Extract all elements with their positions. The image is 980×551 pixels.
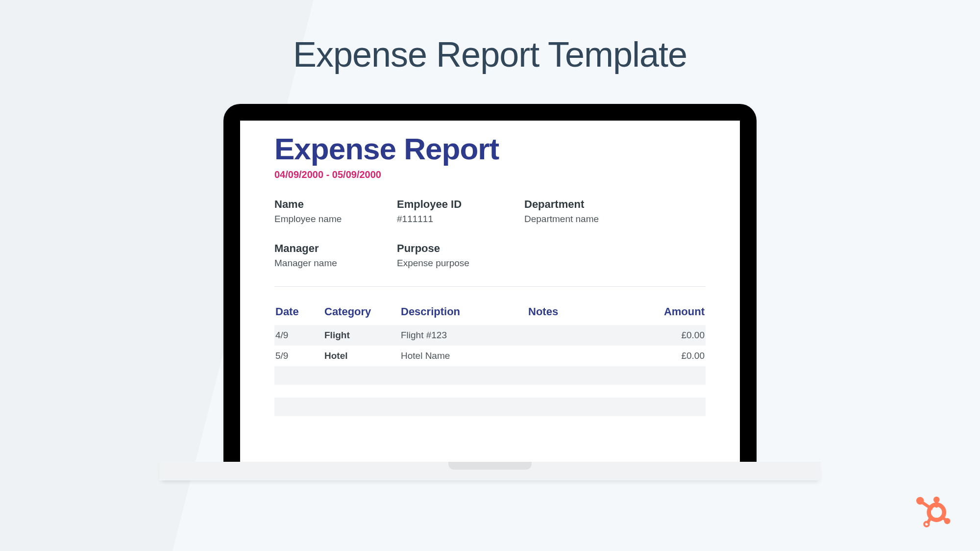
table-row: 4/9 Flight Flight #123 £0.00 — [274, 325, 706, 346]
cell-category: Flight — [323, 325, 400, 346]
field-manager-label: Manager — [274, 242, 397, 255]
laptop-frame: Expense Report 04/09/2000 - 05/09/2000 N… — [223, 104, 757, 462]
report-title: Expense Report — [274, 131, 706, 166]
col-header-amount: Amount — [625, 301, 706, 325]
field-purpose-label: Purpose — [397, 242, 524, 255]
col-header-category: Category — [323, 301, 400, 325]
col-header-description: Description — [400, 301, 527, 325]
laptop-notch — [448, 462, 532, 470]
cell-date: 4/9 — [274, 325, 323, 346]
cell-description: Flight #123 — [400, 325, 527, 346]
field-manager-value: Manager name — [274, 258, 397, 269]
expense-table: Date Category Description Notes Amount 4… — [274, 301, 706, 416]
field-purpose: Purpose Expense purpose — [397, 242, 524, 269]
table-gap — [274, 385, 706, 398]
laptop-screen: Expense Report 04/09/2000 - 05/09/2000 N… — [240, 121, 740, 462]
field-name-label: Name — [274, 198, 397, 211]
table-header-row: Date Category Description Notes Amount — [274, 301, 706, 325]
report-info-grid: Name Employee name Employee ID #111111 D… — [274, 198, 706, 269]
cell-category: Hotel — [323, 346, 400, 366]
cell-amount: £0.00 — [625, 346, 706, 366]
field-purpose-value: Expense purpose — [397, 258, 524, 269]
cell-date: 5/9 — [274, 346, 323, 366]
field-department: Department Department name — [524, 198, 706, 225]
table-row-empty — [274, 398, 706, 416]
field-manager: Manager Manager name — [274, 242, 397, 269]
col-header-date: Date — [274, 301, 323, 325]
divider — [274, 286, 706, 287]
field-name-value: Employee name — [274, 214, 397, 225]
page-title: Expense Report Template — [0, 0, 980, 75]
col-header-notes: Notes — [527, 301, 625, 325]
cell-description: Hotel Name — [400, 346, 527, 366]
laptop-mockup: Expense Report 04/09/2000 - 05/09/2000 N… — [159, 104, 821, 480]
cell-notes — [527, 346, 625, 366]
table-row-empty — [274, 366, 706, 385]
cell-notes — [527, 325, 625, 346]
field-employee-id-value: #111111 — [397, 214, 524, 225]
cell-amount: £0.00 — [625, 325, 706, 346]
report-date-range: 04/09/2000 - 05/09/2000 — [274, 169, 706, 180]
field-department-value: Department name — [524, 214, 706, 225]
field-employee-id-label: Employee ID — [397, 198, 524, 211]
hubspot-logo-icon — [914, 493, 953, 531]
field-employee-id: Employee ID #111111 — [397, 198, 524, 225]
table-row: 5/9 Hotel Hotel Name £0.00 — [274, 346, 706, 366]
field-name: Name Employee name — [274, 198, 397, 225]
laptop-base — [159, 462, 821, 480]
field-department-label: Department — [524, 198, 706, 211]
